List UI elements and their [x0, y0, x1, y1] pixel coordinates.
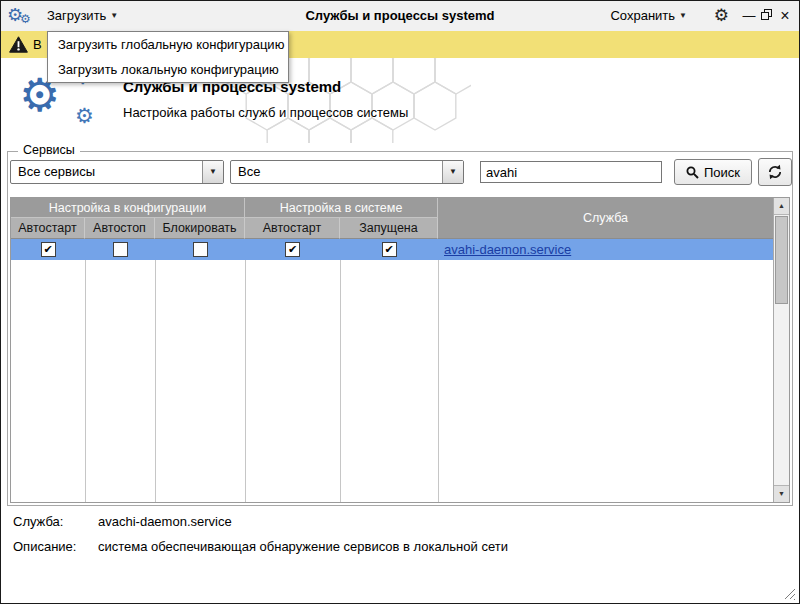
titlebar: ⚙ ⚙ Загрузить▼ Службы и процессы systemd…: [1, 1, 799, 32]
description-value: система обеспечивающая обнаружение серви…: [98, 539, 508, 554]
state-filter-value: Все: [238, 161, 260, 183]
description-label: Описание:: [13, 539, 76, 554]
save-menu-button[interactable]: Сохранить▼: [604, 1, 693, 31]
grid-line: [85, 260, 86, 502]
grid-line: [438, 260, 439, 502]
gear-icon: ⚙: [714, 6, 729, 25]
gear-icon: ⚙: [75, 104, 94, 128]
grid-line: [340, 260, 341, 502]
checkbox[interactable]: [193, 242, 208, 257]
arrow-down-icon: ▼: [778, 490, 785, 497]
cell-running: ✔: [340, 242, 438, 257]
grid-line: [245, 260, 246, 502]
header-system-group: Настройка в системе: [245, 198, 438, 218]
save-menu-label: Сохранить: [610, 8, 675, 23]
cell-block: [155, 242, 245, 257]
scroll-down-button[interactable]: ▼: [774, 485, 789, 502]
search-button[interactable]: Поиск: [674, 159, 752, 185]
arrow-up-icon: ▲: [778, 202, 785, 209]
services-groupbox: Сервисы Все сервисы ▼ Все ▼ Поиск: [7, 151, 793, 506]
service-filter-value: Все сервисы: [18, 161, 95, 183]
load-menu-button[interactable]: Загрузить▼: [41, 1, 124, 31]
services-table: Настройка в конфигурации Настройка в сис…: [10, 197, 790, 503]
header-service: Служба: [438, 198, 773, 239]
details-panel: Служба: avachi-daemon.service Описание: …: [1, 506, 799, 576]
grid-line: [155, 260, 156, 502]
search-icon: [686, 166, 699, 179]
header-autostart-system: Автостарт: [245, 218, 340, 239]
warning-text: В: [33, 31, 42, 58]
checkbox[interactable]: ✔: [285, 242, 300, 257]
load-dropdown-menu: Загрузить глобальную конфигурацию Загруз…: [47, 31, 289, 83]
combo-dropdown-button[interactable]: ▼: [202, 161, 223, 183]
check-icon: ✔: [288, 243, 297, 255]
header-block: Блокировать: [155, 218, 245, 239]
check-icon: ✔: [43, 243, 52, 255]
gear-icon: ⚙: [20, 12, 31, 26]
minimize-icon: —: [743, 8, 756, 23]
vertical-scrollbar[interactable]: ▲ ▼: [773, 198, 789, 502]
cell-autostart-system: ✔: [245, 242, 340, 257]
window-title: Службы и процессы systemd: [305, 1, 494, 31]
header-autostop: Автостоп: [85, 218, 155, 239]
checkbox[interactable]: ✔: [41, 242, 56, 257]
refresh-icon: [767, 164, 783, 180]
header-autostart-config: Автостарт: [11, 218, 85, 239]
service-filter-select[interactable]: Все сервисы ▼: [10, 160, 224, 184]
restore-button[interactable]: [758, 1, 774, 31]
header-config-group: Настройка в конфигурации: [11, 198, 245, 218]
table-row[interactable]: ✔ ✔ ✔ avahi-daemon.service: [11, 239, 773, 260]
chevron-down-icon: ▼: [449, 167, 457, 176]
state-filter-select[interactable]: Все ▼: [230, 160, 464, 184]
chevron-down-icon: ▼: [679, 11, 687, 20]
close-icon: ×: [780, 7, 789, 24]
checkbox[interactable]: [113, 242, 128, 257]
scrollbar-thumb[interactable]: [775, 216, 788, 304]
groupbox-legend: Сервисы: [18, 143, 80, 157]
service-label: Служба:: [13, 514, 63, 529]
detail-service-row: Служба: avachi-daemon.service: [1, 514, 799, 534]
restore-icon: [761, 9, 772, 20]
cell-autostart-config: ✔: [11, 242, 85, 257]
checkbox[interactable]: ✔: [382, 242, 397, 257]
resize-grip[interactable]: [782, 586, 796, 600]
chevron-down-icon: ▼: [110, 11, 118, 20]
menu-item-load-global[interactable]: Загрузить глобальную конфигурацию: [48, 32, 288, 57]
close-button[interactable]: ×: [777, 1, 793, 31]
detail-description-row: Описание: система обеспечивающая обнаруж…: [1, 539, 799, 559]
app-gears-icon: ⚙ ⚙: [7, 2, 41, 30]
minimize-button[interactable]: —: [741, 1, 757, 31]
load-menu-label: Загрузить: [47, 8, 106, 23]
search-button-label: Поиск: [704, 165, 740, 180]
search-input[interactable]: [480, 161, 662, 183]
header-running: Запущена: [340, 218, 438, 239]
refresh-button[interactable]: [758, 158, 792, 186]
cell-autostop: [85, 242, 155, 257]
service-value: avachi-daemon.service: [98, 514, 232, 529]
service-link[interactable]: avahi-daemon.service: [444, 239, 571, 260]
chevron-down-icon: ▼: [209, 167, 217, 176]
warning-icon: [9, 36, 28, 56]
scroll-up-button[interactable]: ▲: [774, 198, 789, 215]
app-window: ⚙ ⚙ Загрузить▼ Службы и процессы systemd…: [0, 0, 800, 604]
banner-subtitle: Настройка работы служб и процессов систе…: [123, 105, 408, 120]
settings-gear-button[interactable]: ⚙: [710, 1, 733, 31]
combo-dropdown-button[interactable]: ▼: [442, 161, 463, 183]
check-icon: ✔: [384, 243, 393, 255]
menu-item-load-local[interactable]: Загрузить локальную конфигурацию: [48, 57, 288, 82]
